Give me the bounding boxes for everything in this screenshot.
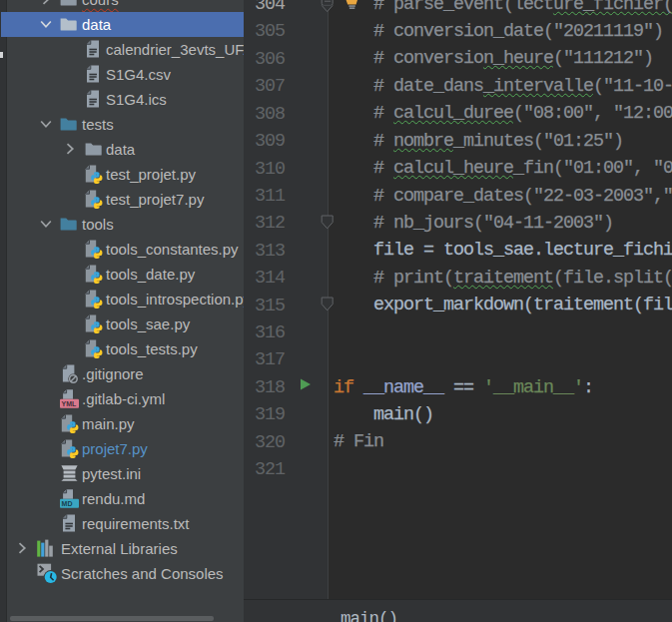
svg-text:MD: MD [62, 500, 73, 507]
svg-text:YML: YML [62, 400, 78, 407]
